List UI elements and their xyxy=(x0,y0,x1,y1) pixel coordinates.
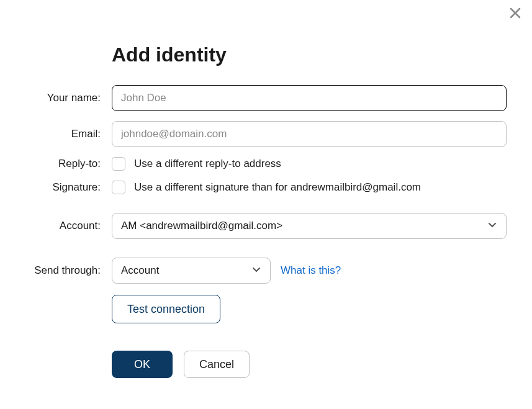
close-icon[interactable] xyxy=(510,7,521,21)
email-label: Email: xyxy=(25,128,112,140)
send-through-select-value: Account xyxy=(121,264,159,277)
account-select[interactable]: AM <andrewmailbird@gmail.com> xyxy=(112,213,507,239)
your-name-label: Your name: xyxy=(25,92,112,104)
add-identity-dialog: Add identity Your name: Email: Reply-to:… xyxy=(0,0,532,397)
signature-checkbox-label: Use a different signature than for andre… xyxy=(134,181,421,194)
email-input[interactable] xyxy=(112,121,507,147)
send-through-select[interactable]: Account xyxy=(112,258,271,284)
account-select-value: AM <andrewmailbird@gmail.com> xyxy=(121,220,282,232)
reply-to-label: Reply-to: xyxy=(25,158,112,170)
cancel-button[interactable]: Cancel xyxy=(184,351,250,378)
ok-button[interactable]: OK xyxy=(112,351,173,378)
reply-to-checkbox-label: Use a different reply-to address xyxy=(134,158,281,170)
what-is-this-link[interactable]: What is this? xyxy=(281,264,341,277)
send-through-label: Send through: xyxy=(25,264,112,277)
reply-to-checkbox[interactable] xyxy=(112,157,125,171)
signature-label: Signature: xyxy=(25,181,112,194)
account-label: Account: xyxy=(25,220,112,232)
dialog-title: Add identity xyxy=(112,43,507,66)
test-connection-button[interactable]: Test connection xyxy=(112,295,220,323)
signature-checkbox[interactable] xyxy=(112,181,125,194)
your-name-input[interactable] xyxy=(112,85,507,111)
